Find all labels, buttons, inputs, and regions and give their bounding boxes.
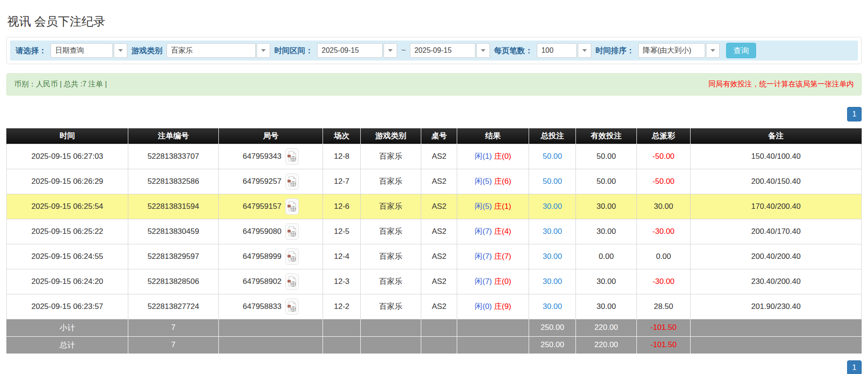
col-header-session: 场次 — [323, 128, 361, 144]
valid-bet-cell: 30.00 — [576, 294, 636, 319]
date-from-dropdown-button[interactable] — [384, 43, 397, 58]
result-banker: 庄(7) — [494, 252, 511, 261]
chevron-down-icon — [582, 49, 587, 52]
empty-cell — [421, 319, 457, 336]
game-type-cell: 百家乐 — [360, 144, 421, 169]
total-label-cell: 总计 — [7, 336, 128, 354]
empty-cell — [323, 319, 361, 336]
col-header-round: 局号 — [218, 128, 323, 144]
round-cell: 647959157 — [218, 194, 323, 219]
chevron-down-icon — [711, 49, 715, 52]
select-mode-label: 请选择： — [15, 45, 46, 56]
subtotal-valid-bet-cell: 220.00 — [576, 319, 636, 336]
subtotal-payout-cell: -101.50 — [636, 319, 690, 336]
col-header-time: 时间 — [7, 128, 128, 144]
table-row: 2025-09-15 06:24:20522813828506647958902… — [7, 269, 862, 294]
video-replay-button[interactable] — [285, 248, 299, 265]
subtotal-total-bet-cell: 250.00 — [529, 319, 576, 336]
total-bet-cell: 30.00 — [529, 219, 576, 244]
game-type-input[interactable] — [167, 43, 256, 58]
notice-text: 同局有效投注，统一计算在该局第一张注单内 — [708, 80, 854, 89]
select-mode-dropdown-button[interactable] — [114, 43, 127, 58]
date-to-dropdown-button[interactable] — [476, 43, 490, 58]
session-cell: 12-3 — [323, 269, 361, 294]
time-cell: 2025-09-15 06:27:03 — [7, 144, 128, 169]
total-bet-link[interactable]: 50.00 — [543, 177, 562, 186]
video-file-icon — [285, 173, 299, 190]
date-range-label: 时间区间： — [274, 45, 313, 56]
filter-panel: 请选择： 游戏类别 时间区间： ~ 每页笔数： — [6, 37, 862, 64]
video-replay-button[interactable] — [285, 298, 299, 315]
valid-bet-cell: 30.00 — [576, 219, 636, 244]
note-cell: 201.90/230.40 — [691, 294, 862, 319]
total-bet-link[interactable]: 30.00 — [543, 202, 562, 211]
time-sort-input[interactable] — [638, 43, 705, 58]
table-header-row: 时间 注单编号 局号 场次 游戏类别 桌号 结果 总投注 有效投注 总派彩 备注 — [7, 128, 862, 144]
total-bet-link[interactable]: 30.00 — [543, 277, 562, 286]
date-to-input[interactable] — [410, 43, 475, 58]
result-banker: 庄(6) — [494, 177, 511, 186]
empty-cell — [457, 336, 529, 354]
date-from-input[interactable] — [317, 43, 383, 58]
time-sort-dropdown-button[interactable] — [706, 43, 720, 58]
total-bet-cell: 30.00 — [529, 269, 576, 294]
total-bet-link[interactable]: 50.00 — [543, 152, 562, 161]
per-page-dropdown-button[interactable] — [578, 43, 591, 58]
table-no-cell: AS2 — [421, 244, 457, 269]
round-cell: 647958999 — [218, 244, 323, 269]
total-payout-cell: -101.50 — [636, 336, 690, 354]
session-cell: 12-6 — [323, 194, 361, 219]
page-button-1[interactable]: 1 — [847, 360, 862, 374]
total-bet-link[interactable]: 30.00 — [543, 252, 562, 261]
page-title: 视讯 会员下注纪录 — [7, 14, 861, 30]
result-cell: 闲(7) 庄(4) — [457, 219, 529, 244]
empty-cell — [218, 336, 323, 354]
session-cell: 12-5 — [323, 219, 361, 244]
subtotal-count-cell: 7 — [128, 319, 218, 336]
round-cell: 647959343 — [218, 144, 323, 169]
result-banker: 庄(9) — [494, 302, 511, 311]
video-replay-button[interactable] — [285, 273, 299, 290]
game-type-cell: 百家乐 — [360, 219, 421, 244]
payout-cell: -50.00 — [636, 169, 690, 194]
total-total-bet-cell: 250.00 — [529, 336, 576, 354]
time-sort-label: 时间排序： — [595, 45, 634, 56]
video-replay-button[interactable] — [285, 173, 299, 190]
empty-cell — [360, 336, 421, 354]
game-type-dropdown-button[interactable] — [257, 43, 270, 58]
valid-bet-cell: 30.00 — [576, 194, 636, 219]
result-player: 闲(7) — [474, 227, 492, 236]
video-replay-button[interactable] — [285, 223, 299, 240]
total-bet-cell: 30.00 — [529, 294, 576, 319]
total-bet-link[interactable]: 30.00 — [543, 227, 562, 236]
subtotal-label-cell: 小计 — [7, 319, 128, 336]
empty-cell — [691, 319, 862, 336]
subtotal-row: 小计7250.00220.00-101.50 — [7, 319, 862, 336]
video-file-icon — [285, 148, 299, 165]
video-file-icon — [285, 298, 299, 315]
select-mode-input[interactable] — [50, 43, 113, 58]
payout-cell: 0.00 — [636, 244, 690, 269]
video-replay-button[interactable] — [285, 148, 299, 165]
total-bet-link[interactable]: 30.00 — [543, 302, 562, 311]
result-banker: 庄(0) — [494, 277, 511, 286]
round-number: 647959257 — [243, 177, 282, 186]
page-button-1[interactable]: 1 — [847, 107, 862, 121]
search-button[interactable]: 查询 — [726, 43, 756, 58]
pagination-bottom: 1 — [6, 360, 862, 374]
time-cell: 2025-09-15 06:25:54 — [7, 194, 128, 219]
col-header-note: 备注 — [691, 128, 862, 144]
result-player: 闲(7) — [474, 252, 492, 261]
bet-records-table: 时间 注单编号 局号 场次 游戏类别 桌号 结果 总投注 有效投注 总派彩 备注… — [6, 128, 862, 354]
result-player: 闲(5) — [474, 177, 492, 186]
table-no-cell: AS2 — [421, 294, 457, 319]
pagination-top: 1 — [6, 107, 862, 121]
chevron-down-icon — [118, 49, 123, 52]
video-replay-button[interactable] — [285, 198, 299, 215]
total-count-cell: 7 — [128, 336, 218, 354]
game-type-cell: 百家乐 — [360, 194, 421, 219]
total-bet-cell: 30.00 — [529, 194, 576, 219]
total-bet-cell: 30.00 — [529, 244, 576, 269]
session-cell: 12-4 — [323, 244, 361, 269]
per-page-input[interactable] — [537, 43, 577, 58]
